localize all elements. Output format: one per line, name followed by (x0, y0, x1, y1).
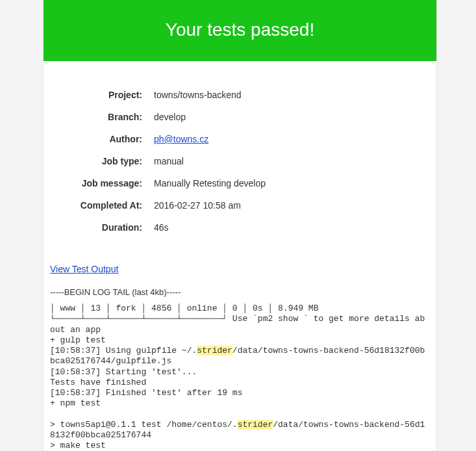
banner-title: Your tests passed! (166, 19, 314, 40)
meta-value: ph@towns.cz (154, 134, 208, 144)
meta-value: develop (154, 112, 186, 122)
meta-table: Project: towns/towns-backend Branch: dev… (44, 61, 436, 264)
log-section: View Test Output -----BEGIN LOG TAIL (la… (44, 264, 436, 451)
author-email-link[interactable]: ph@towns.cz (154, 134, 208, 144)
meta-row-jobmessage: Job message: Manually Retesting develop (50, 178, 430, 188)
meta-value: Manually Retesting develop (154, 178, 266, 188)
log-heading: -----BEGIN LOG TAIL (last 4kb)----- (50, 287, 430, 297)
meta-value: manual (154, 156, 184, 166)
log-line: [10:58:37] Starting 'test'... (50, 367, 197, 377)
log-output: │ www │ 13 │ fork │ 4856 │ online │ 0 │ … (50, 303, 430, 451)
meta-label: Duration: (50, 222, 154, 233)
meta-row-duration: Duration: 46s (50, 222, 430, 233)
log-line: │ www │ 13 │ fork │ 4856 │ online │ 0 │ … (50, 303, 318, 313)
meta-label: Project: (50, 90, 154, 100)
meta-label: Job message: (50, 178, 154, 188)
log-line: + npm test (50, 398, 101, 408)
email-card: Your tests passed! Project: towns/towns-… (43, 0, 437, 451)
meta-value: 46s (154, 222, 169, 233)
meta-row-project: Project: towns/towns-backend (50, 90, 430, 100)
meta-row-author: Author: ph@towns.cz (50, 134, 430, 144)
log-line: > make test (50, 441, 106, 450)
log-line: Tests have finished (50, 378, 146, 387)
view-test-output-link[interactable]: View Test Output (50, 264, 118, 274)
meta-label: Job type: (50, 156, 154, 166)
meta-value: towns/towns-backend (154, 90, 242, 100)
meta-row-completed: Completed At: 2016-02-27 10:58 am (50, 200, 430, 211)
meta-label: Author: (50, 134, 154, 144)
meta-row-branch: Branch: develop (50, 112, 430, 122)
highlight: strider (238, 420, 273, 430)
log-line: + gulp test (50, 335, 106, 345)
log-line: [10:58:37] Finished 'test' after 19 ms (50, 388, 242, 398)
log-line: > towns5api@0.1.1 test /home/centos/.str… (50, 420, 425, 440)
meta-value: 2016-02-27 10:58 am (154, 200, 241, 211)
meta-label: Completed At: (50, 200, 154, 211)
highlight: strider (197, 346, 232, 355)
log-line: [10:58:37] Using gulpfile ~/.strider/dat… (50, 346, 425, 366)
meta-row-jobtype: Job type: manual (50, 156, 430, 166)
log-line: └─────┴────┴──────┴──────┴────────┘ Use … (50, 314, 425, 334)
meta-label: Branch: (50, 112, 154, 122)
status-banner: Your tests passed! (44, 0, 436, 61)
